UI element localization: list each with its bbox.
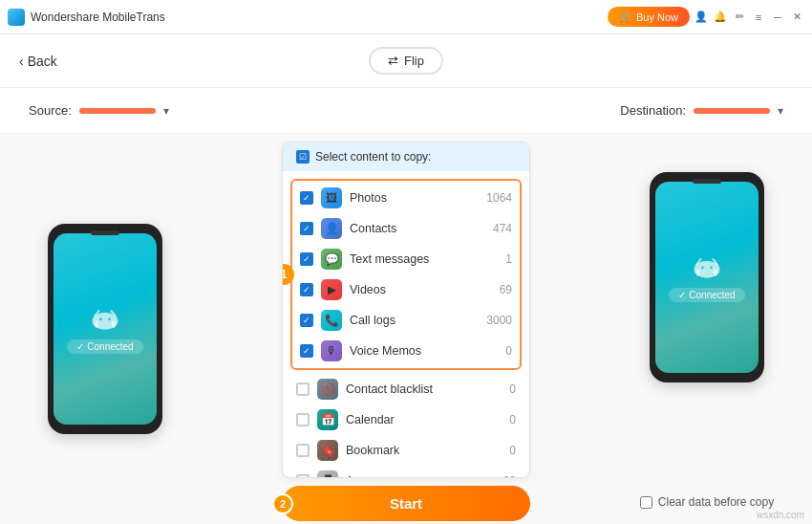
list-item[interactable]: 🚫 Contact blacklist 0 (283, 374, 529, 404)
flip-icon: ⇄ (388, 54, 398, 68)
source-phone-screen: ✓ Connected (53, 233, 157, 425)
dest-phone-wrapper: ✓ Connected (650, 172, 764, 382)
phone-notch-right (693, 179, 721, 184)
android-logo-left (88, 305, 122, 332)
source-phone-container: ✓ Connected (0, 134, 210, 524)
item-count: 69 (500, 283, 512, 296)
checkbox-calllogs[interactable] (300, 314, 313, 327)
photos-icon: 🖼 (321, 187, 342, 208)
top-bar: ‹ Back ⇄ Flip (0, 34, 812, 88)
check-icon-left: ✓ (76, 341, 84, 352)
close-button[interactable]: ✕ (789, 10, 804, 25)
bookmark-icon: 🔖 (317, 440, 338, 461)
checkbox-calendar[interactable] (296, 413, 310, 426)
checked-group: 🖼 Photos 1064 👤 Contacts 474 (290, 179, 522, 370)
minimize-button[interactable]: ─ (770, 10, 785, 25)
start-button-wrapper: Start 2 (282, 486, 530, 521)
cart-icon: 🛒 (619, 11, 632, 23)
list-item[interactable]: 📱 Apps 99 (283, 466, 529, 477)
svg-rect-8 (696, 269, 700, 275)
body-area: ✓ Connected ☑ Select content to copy: (0, 134, 812, 524)
destination-value[interactable] (694, 108, 770, 114)
list-item[interactable]: 🔖 Bookmark 0 (283, 435, 529, 466)
title-bar-left: Wondershare MobileTrans (8, 9, 165, 26)
buy-now-button[interactable]: 🛒 Buy Now (608, 7, 690, 27)
item-label: Contacts (350, 222, 396, 235)
item-count: 1 (505, 252, 512, 266)
checkbox-bookmark[interactable] (296, 444, 310, 457)
item-count: 3000 (486, 314, 512, 327)
svg-point-4 (108, 317, 111, 320)
source-chevron-icon: ▾ (163, 104, 169, 118)
app-icon (8, 9, 25, 26)
item-label: Videos (350, 283, 386, 296)
item-label: Photos (350, 191, 387, 205)
start-button[interactable]: Start (282, 486, 530, 521)
checkbox-sms[interactable] (300, 252, 313, 266)
checked-group-wrapper: 🖼 Photos 1064 👤 Contacts 474 (283, 179, 529, 370)
content-box: ☑ Select content to copy: 🖼 Photos (282, 142, 530, 478)
dest-chevron-icon: ▾ (778, 104, 783, 118)
item-list: 🖼 Photos 1064 👤 Contacts 474 (283, 171, 529, 477)
dest-phone: ✓ Connected (650, 172, 764, 382)
account-icon[interactable]: 👤 (694, 10, 709, 25)
android-logo-right (690, 253, 724, 280)
title-bar: Wondershare MobileTrans 🛒 Buy Now 👤 🔔 ✏ … (0, 0, 812, 34)
source-value[interactable] (79, 108, 156, 114)
item-label: Bookmark (346, 444, 399, 457)
device-bar: Source: ▾ Destination: ▾ (0, 88, 812, 134)
item-count: 1064 (486, 191, 512, 205)
select-icon: ☑ (296, 150, 310, 164)
checkbox-contacts[interactable] (300, 222, 313, 235)
dest-phone-screen: ✓ Connected (655, 182, 759, 373)
item-count: 474 (493, 222, 512, 235)
list-item[interactable]: 👤 Contacts 474 (292, 213, 520, 244)
check-icon-right: ✓ (678, 290, 686, 300)
item-count: 0 (509, 382, 516, 396)
list-item[interactable]: 📅 Calendar 0 (283, 404, 529, 435)
item-label: Voice Memos (350, 344, 421, 358)
list-item[interactable]: 💬 Text messages 1 (292, 244, 520, 274)
checkbox-contactbl[interactable] (296, 382, 310, 396)
svg-point-10 (701, 266, 704, 269)
item-label: Apps (346, 474, 374, 477)
checkbox-apps[interactable] (296, 474, 310, 477)
calllogs-icon: 📞 (321, 310, 342, 331)
clear-data-row[interactable]: Clear data before copy (640, 495, 774, 509)
edit-icon[interactable]: ✏ (732, 10, 747, 25)
back-button[interactable]: ‹ Back (19, 54, 57, 69)
contactbl-icon: 🚫 (317, 379, 338, 400)
app-title: Wondershare MobileTrans (31, 11, 165, 24)
notification-icon[interactable]: 🔔 (713, 10, 728, 25)
svg-rect-1 (95, 320, 98, 327)
calendar-icon: 📅 (317, 409, 338, 430)
item-count: 0 (509, 413, 516, 426)
sms-icon: 💬 (321, 249, 342, 270)
item-count: 99 (503, 474, 516, 477)
svg-point-11 (710, 266, 713, 269)
item-label: Contact blacklist (346, 382, 433, 396)
list-item[interactable]: 🖼 Photos 1064 (292, 183, 520, 213)
flip-button[interactable]: ⇄ Flip (369, 47, 443, 75)
svg-rect-9 (714, 269, 717, 275)
clear-data-checkbox[interactable] (640, 496, 652, 509)
checkbox-videos[interactable] (300, 283, 313, 296)
list-item[interactable]: 📞 Call logs 3000 (292, 305, 520, 336)
checklist-panel: ☑ Select content to copy: 🖼 Photos (210, 134, 602, 524)
list-item[interactable]: 🎙 Voice Memos 0 (292, 336, 520, 366)
dest-connected-label: ✓ Connected (669, 288, 744, 302)
source-selector[interactable]: Source: ▾ (29, 103, 169, 118)
list-item[interactable]: ▶ Videos 69 (292, 274, 520, 305)
checkbox-photos[interactable] (300, 191, 313, 205)
item-label: Calendar (346, 413, 395, 426)
checkbox-voicememos[interactable] (300, 344, 313, 358)
contacts-icon: 👤 (321, 218, 342, 239)
dest-phone-container: ✓ Connected Clear data before copy (602, 134, 812, 524)
apps-icon: 📱 (317, 470, 338, 477)
item-count: 0 (509, 444, 516, 457)
item-label: Call logs (350, 314, 395, 327)
menu-icon[interactable]: ≡ (751, 10, 766, 25)
item-count: 0 (505, 344, 512, 358)
destination-selector[interactable]: Destination: ▾ (620, 103, 783, 118)
videos-icon: ▶ (321, 279, 342, 300)
